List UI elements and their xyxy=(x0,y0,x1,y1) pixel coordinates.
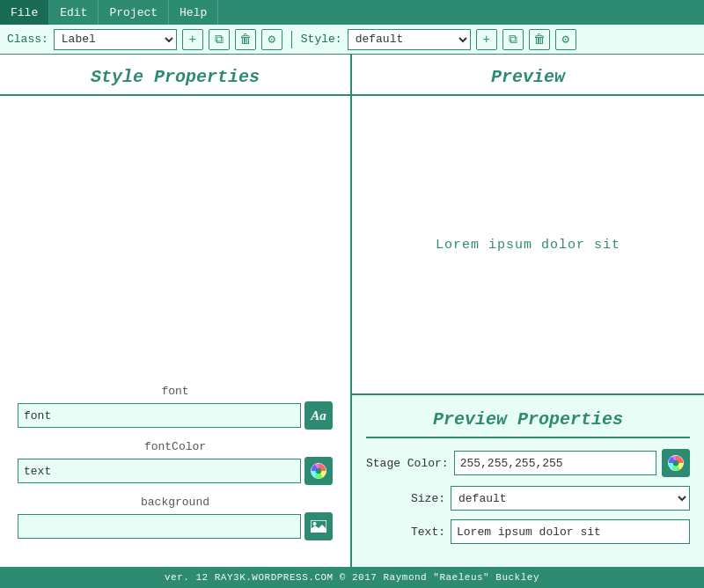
style-select[interactable]: default xyxy=(348,29,471,50)
copy-style-button[interactable]: ⧉ xyxy=(502,29,524,50)
preview-sample-text: Lorem ipsum dolor sit xyxy=(436,238,620,253)
style-properties-title: Style Properties xyxy=(0,55,350,96)
preview-area: Preview Lorem ipsum dolor sit xyxy=(352,55,704,395)
color-wheel-button[interactable] xyxy=(304,457,333,485)
size-select[interactable]: default xyxy=(451,486,690,511)
size-row: Size: default xyxy=(366,486,690,511)
preview-title: Preview xyxy=(352,55,704,96)
style-label: Style: xyxy=(301,33,342,46)
font-color-row xyxy=(18,457,333,485)
font-aa-icon: Aa xyxy=(311,408,326,423)
preview-properties-title: Preview Properties xyxy=(366,409,690,438)
font-group: font Aa xyxy=(18,385,333,430)
font-input[interactable] xyxy=(18,403,301,428)
font-color-label: fontColor xyxy=(144,440,206,453)
preview-properties-panel: Preview Properties Stage Color: xyxy=(352,395,704,567)
preview-canvas: Lorem ipsum dolor sit xyxy=(352,96,704,393)
menu-edit[interactable]: Edit xyxy=(49,0,99,25)
copy-class-button[interactable]: ⧉ xyxy=(209,29,230,50)
class-label: Class: xyxy=(7,33,48,46)
size-label: Size: xyxy=(366,492,445,505)
class-select[interactable]: Label xyxy=(54,29,177,50)
background-label: background xyxy=(141,496,209,509)
background-row xyxy=(18,512,333,540)
font-label: font xyxy=(161,385,188,398)
style-properties-panel: Style Properties font Aa fontColor xyxy=(0,55,352,567)
stage-color-input[interactable] xyxy=(454,451,656,475)
font-color-input[interactable] xyxy=(18,459,301,483)
stage-color-wheel-icon xyxy=(667,454,685,472)
background-input[interactable] xyxy=(18,514,301,539)
text-input[interactable] xyxy=(451,519,690,544)
text-label: Text: xyxy=(366,526,445,539)
main-content: Style Properties font Aa fontColor xyxy=(0,55,704,567)
background-group: background xyxy=(18,496,333,540)
menu-file[interactable]: File xyxy=(0,0,49,25)
font-picker-button[interactable]: Aa xyxy=(304,401,333,430)
add-class-button[interactable]: + xyxy=(182,29,203,50)
toolbar-separator xyxy=(291,31,292,48)
right-panel: Preview Lorem ipsum dolor sit Preview Pr… xyxy=(352,55,704,567)
add-style-button[interactable]: + xyxy=(476,29,497,50)
footer: ver. 12 RAY3K.WORDPRESS.COM © 2017 Raymo… xyxy=(0,567,704,588)
font-row: Aa xyxy=(18,401,333,430)
stage-color-row: Stage Color: xyxy=(366,449,690,477)
style-props-area: font Aa fontColor xyxy=(0,96,350,567)
menu-help[interactable]: Help xyxy=(169,0,218,25)
color-wheel-icon xyxy=(310,462,327,480)
image-icon xyxy=(311,520,326,533)
settings-class-button[interactable]: ⚙ xyxy=(261,29,282,50)
menu-project[interactable]: Project xyxy=(99,0,169,25)
toolbar: Class: Label + ⧉ 🗑 ⚙ Style: default + ⧉ … xyxy=(0,25,704,55)
text-row: Text: xyxy=(366,519,690,544)
delete-style-button[interactable]: 🗑 xyxy=(529,29,550,50)
svg-point-1 xyxy=(316,468,322,474)
svg-point-5 xyxy=(673,460,679,467)
stage-color-button[interactable] xyxy=(662,449,690,477)
settings-style-button[interactable]: ⚙ xyxy=(555,29,576,50)
svg-point-3 xyxy=(313,522,317,526)
background-image-button[interactable] xyxy=(304,512,333,540)
menubar: File Edit Project Help xyxy=(0,0,704,25)
stage-color-label: Stage Color: xyxy=(366,457,449,470)
footer-text: ver. 12 RAY3K.WORDPRESS.COM © 2017 Raymo… xyxy=(165,572,539,583)
delete-class-button[interactable]: 🗑 xyxy=(235,29,256,50)
font-color-group: fontColor xyxy=(18,440,333,485)
